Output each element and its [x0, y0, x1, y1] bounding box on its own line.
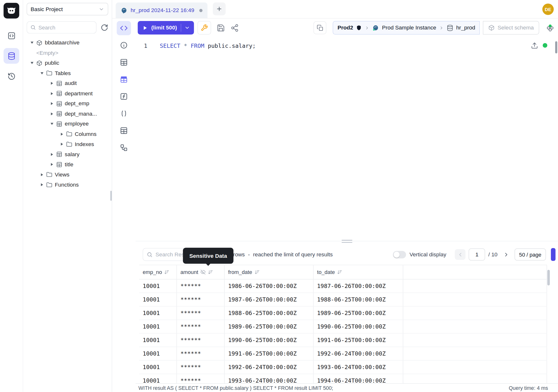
- page-number-input-box[interactable]: [469, 248, 485, 261]
- tree-item-views[interactable]: Views: [23, 170, 112, 180]
- panel-tool-brackets[interactable]: [117, 106, 131, 121]
- table-cell[interactable]: ******: [177, 306, 225, 320]
- table-cell[interactable]: 10001: [139, 347, 177, 360]
- tree-item-title[interactable]: title: [23, 160, 112, 170]
- sidebar-search-input[interactable]: [38, 24, 93, 30]
- table-cell[interactable]: ******: [177, 374, 225, 383]
- bytebase-logo[interactable]: [4, 3, 19, 18]
- tree-item-columns[interactable]: Columns: [23, 129, 112, 139]
- table-cell[interactable]: 10001: [139, 293, 177, 306]
- table-cell[interactable]: 1988-06-25T00:00:00Z: [225, 306, 314, 320]
- format-sql-button[interactable]: [198, 21, 211, 35]
- splitter-grip-icon[interactable]: [341, 240, 352, 243]
- caret-down-icon[interactable]: [29, 60, 35, 66]
- caret-right-icon[interactable]: [49, 101, 55, 107]
- caret-right-icon[interactable]: [59, 131, 65, 137]
- run-query-button[interactable]: (limit 500): [138, 21, 194, 35]
- column-header-emp_no[interactable]: emp_no: [139, 265, 177, 279]
- prev-page-button[interactable]: [455, 249, 466, 260]
- editor-scrollbar-thumb[interactable]: [555, 41, 557, 53]
- eye-off-icon[interactable]: [200, 269, 206, 275]
- table-cell[interactable]: 10001: [139, 279, 177, 293]
- table-cell[interactable]: 1991-06-25T00:00:00Z: [314, 334, 403, 347]
- caret-right-icon[interactable]: [39, 172, 45, 178]
- sort-icon[interactable]: [164, 269, 169, 275]
- table-cell[interactable]: 1987-06-26T00:00:00Z: [314, 279, 403, 293]
- caret-down-icon[interactable]: [39, 70, 45, 76]
- results-scrollbar-thumb[interactable]: [547, 270, 550, 286]
- save-icon[interactable]: [217, 24, 225, 32]
- panel-tool-colored-table[interactable]: [117, 72, 131, 87]
- next-page-button[interactable]: [501, 249, 511, 260]
- sort-icon[interactable]: [208, 269, 213, 275]
- table-cell[interactable]: ******: [177, 320, 225, 333]
- table-cell[interactable]: 10001: [139, 334, 177, 347]
- caret-right-icon[interactable]: [49, 81, 55, 87]
- table-cell[interactable]: 10001: [139, 320, 177, 333]
- sidebar-search[interactable]: [27, 21, 96, 33]
- column-header-to_date[interactable]: to_date: [314, 265, 403, 279]
- panel-tool-table[interactable]: [117, 55, 131, 70]
- rail-item-sql-editor[interactable]: [4, 28, 19, 44]
- tree-item-dept-emp[interactable]: dept_emp: [23, 98, 112, 109]
- sort-icon[interactable]: [254, 269, 260, 275]
- caret-down-icon[interactable]: [29, 40, 35, 46]
- table-cell[interactable]: ******: [177, 347, 225, 360]
- table-cell[interactable]: ******: [177, 334, 225, 347]
- tree-item-employee[interactable]: employee: [23, 119, 112, 129]
- avatar[interactable]: DE: [542, 4, 554, 15]
- select-schema-button[interactable]: Select schema: [483, 21, 539, 35]
- tree-item-functions[interactable]: Functions: [23, 180, 112, 190]
- table-cell[interactable]: 1989-06-25T00:00:00Z: [225, 320, 314, 333]
- vertical-display-toggle[interactable]: [393, 251, 406, 258]
- table-cell[interactable]: 1992-06-24T00:00:00Z: [225, 361, 314, 374]
- table-cell[interactable]: 1989-06-25T00:00:00Z: [314, 306, 403, 320]
- connection-panel-button[interactable]: [314, 21, 327, 34]
- tree-item-salary[interactable]: salary: [23, 149, 112, 160]
- table-cell[interactable]: 1988-06-25T00:00:00Z: [314, 293, 403, 306]
- page-size-select[interactable]: 50 / page: [514, 248, 546, 261]
- table-cell[interactable]: 1994-06-24T00:00:00Z: [314, 374, 403, 383]
- upload-icon[interactable]: [531, 42, 538, 49]
- table-cell[interactable]: 1992-06-24T00:00:00Z: [314, 347, 403, 360]
- caret-right-icon[interactable]: [49, 91, 55, 96]
- table-cell[interactable]: 1986-06-26T00:00:00Z: [225, 279, 314, 293]
- rail-item-history[interactable]: [4, 68, 19, 84]
- tree-item-indexes[interactable]: Indexes: [23, 139, 112, 149]
- tree-item-dept-mana[interactable]: dept_mana...: [23, 109, 112, 119]
- table-cell[interactable]: 1993-06-24T00:00:00Z: [225, 374, 314, 383]
- table-cell[interactable]: ******: [177, 293, 225, 306]
- rail-item-database[interactable]: [4, 48, 19, 64]
- table-cell[interactable]: 1990-06-25T00:00:00Z: [225, 334, 314, 347]
- table-cell[interactable]: 1991-06-25T00:00:00Z: [225, 347, 314, 360]
- column-header-from_date[interactable]: from_date: [225, 265, 314, 279]
- export-button-sliver[interactable]: [551, 248, 556, 261]
- table-cell[interactable]: 1987-06-26T00:00:00Z: [225, 293, 314, 306]
- run-options-button[interactable]: [183, 23, 192, 32]
- table-cell[interactable]: ******: [177, 361, 225, 374]
- caret-right-icon[interactable]: [49, 111, 55, 117]
- tab-hr-prod[interactable]: hr_prod 2024-11-22 16:49: [116, 2, 207, 18]
- plugins-icon[interactable]: [546, 23, 554, 32]
- caret-down-icon[interactable]: [49, 121, 55, 127]
- refresh-icon[interactable]: [101, 24, 108, 31]
- tree-item-bbdataarchive[interactable]: bbdataarchive: [23, 38, 112, 48]
- column-header-amount[interactable]: amount: [177, 265, 225, 279]
- project-selector[interactable]: Basic Project: [27, 3, 108, 16]
- new-tab-button[interactable]: [213, 2, 226, 15]
- table-cell[interactable]: 10001: [139, 361, 177, 374]
- table-cell[interactable]: ******: [177, 279, 225, 293]
- caret-right-icon[interactable]: [59, 141, 65, 147]
- tree-item-audit[interactable]: audit: [23, 78, 112, 88]
- tree-item-public[interactable]: public: [23, 58, 112, 68]
- tree-item-tables[interactable]: Tables: [23, 68, 112, 78]
- caret-right-icon[interactable]: [49, 152, 55, 157]
- panel-tool-info[interactable]: [117, 38, 131, 52]
- panel-tool-external-table[interactable]: [117, 124, 131, 138]
- tree-item-department[interactable]: department: [23, 88, 112, 98]
- caret-right-icon[interactable]: [49, 162, 55, 167]
- panel-tool-diagram[interactable]: [117, 140, 131, 155]
- table-cell[interactable]: 10001: [139, 306, 177, 320]
- sql-editor[interactable]: 1 SELECT * FROM public.salary;: [136, 37, 558, 238]
- panel-tool-function[interactable]: [117, 89, 131, 104]
